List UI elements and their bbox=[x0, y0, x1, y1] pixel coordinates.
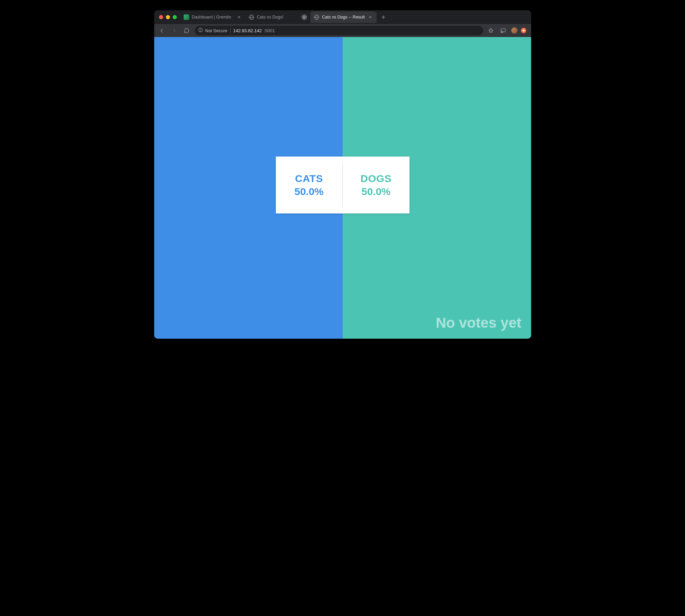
cats-label: CATS bbox=[295, 173, 323, 184]
tab-title: Cats vs Dogs -- Result bbox=[322, 15, 365, 20]
tab-close-button[interactable]: × bbox=[236, 14, 242, 20]
toolbar: Not Secure 142.93.82.142:5001 bbox=[154, 24, 531, 37]
svg-point-3 bbox=[501, 32, 501, 33]
not-secure-icon bbox=[198, 27, 203, 34]
tab-cats-vs-dogs[interactable]: Cats vs Dogs! × bbox=[245, 11, 310, 23]
tab-bar: Dashboard | Gremlin × Cats vs Dogs! × Ca… bbox=[154, 10, 531, 24]
cats-percent: 50.0% bbox=[294, 186, 323, 197]
dogs-label: DOGS bbox=[360, 173, 391, 184]
security-label: Not Secure bbox=[205, 28, 228, 33]
svg-rect-2 bbox=[501, 28, 505, 32]
page-viewport: CATS 50.0% DOGS 50.0% No votes yet bbox=[154, 37, 531, 339]
globe-icon bbox=[249, 14, 254, 20]
nav-reload-button[interactable] bbox=[182, 26, 191, 35]
profile-avatar[interactable] bbox=[511, 27, 517, 34]
toolbar-right bbox=[487, 26, 528, 35]
globe-icon bbox=[314, 14, 319, 20]
bookmark-star-icon[interactable] bbox=[487, 26, 496, 35]
new-tab-button[interactable] bbox=[379, 12, 388, 22]
omnibox-divider bbox=[230, 28, 231, 33]
result-dogs: DOGS 50.0% bbox=[343, 157, 409, 214]
result-card: CATS 50.0% DOGS 50.0% bbox=[276, 157, 409, 214]
result-cats: CATS 50.0% bbox=[276, 157, 343, 214]
tab-title: Cats vs Dogs! bbox=[257, 15, 299, 20]
url-port: :5001 bbox=[264, 28, 275, 33]
svg-point-1 bbox=[200, 31, 201, 31]
tab-title: Dashboard | Gremlin bbox=[192, 15, 234, 20]
window-close-button[interactable] bbox=[159, 15, 163, 19]
window-controls bbox=[158, 15, 180, 19]
url-host: 142.93.82.142 bbox=[233, 28, 262, 33]
cast-icon[interactable] bbox=[499, 26, 508, 35]
address-bar[interactable]: Not Secure 142.93.82.142:5001 bbox=[195, 26, 483, 35]
window-zoom-button[interactable] bbox=[173, 15, 177, 19]
nav-back-button[interactable] bbox=[158, 26, 167, 35]
tab-close-button[interactable]: × bbox=[368, 14, 373, 20]
browser-window: Dashboard | Gremlin × Cats vs Dogs! × Ca… bbox=[154, 10, 531, 339]
dogs-percent: 50.0% bbox=[362, 186, 391, 197]
tab-cats-vs-dogs-result[interactable]: Cats vs Dogs -- Result × bbox=[310, 11, 377, 23]
gremlin-favicon-icon bbox=[184, 14, 189, 20]
window-minimize-button[interactable] bbox=[166, 15, 170, 19]
tab-close-button[interactable]: × bbox=[302, 14, 307, 20]
extension-badge-icon[interactable] bbox=[521, 28, 526, 33]
tab-dashboard-gremlin[interactable]: Dashboard | Gremlin × bbox=[180, 11, 245, 23]
nav-forward-button[interactable] bbox=[170, 26, 179, 35]
vote-status-text: No votes yet bbox=[436, 315, 522, 331]
